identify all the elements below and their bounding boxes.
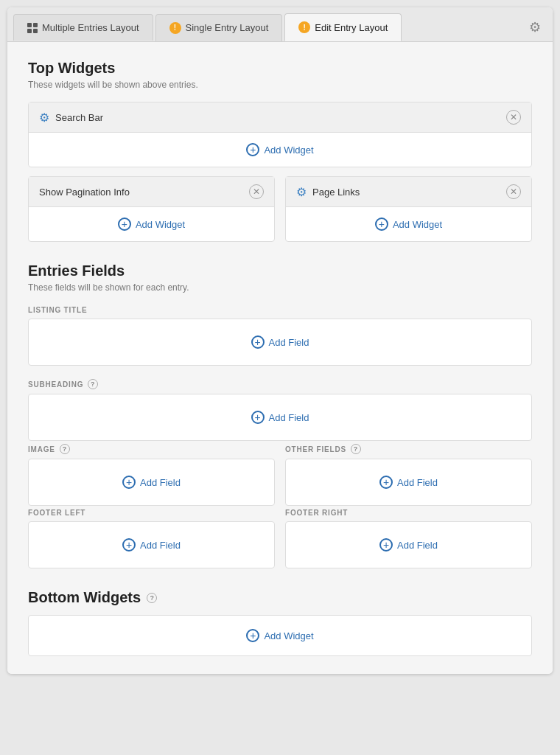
footer-left-field-box: + Add Field	[28, 521, 275, 568]
entries-fields-title: Entries Fields	[28, 262, 532, 279]
warning-icon-edit: !	[298, 21, 310, 33]
add-widget-row-right: + Add Widget	[286, 207, 531, 241]
pagination-info-widget: Show Pagination Info ✕ + Add Widget	[28, 176, 275, 242]
footer-fields-row: FOOTER LEFT + Add Field FOOTER RIGHT	[28, 509, 532, 571]
add-widget-button-left[interactable]: + Add Widget	[118, 218, 185, 231]
tab-bar: Multiple Entries Layout ! Single Entry L…	[7, 7, 553, 42]
settings-gear-icon[interactable]: ⚙	[523, 13, 547, 41]
tab-single-entry[interactable]: ! Single Entry Layout	[155, 14, 283, 41]
footer-left-col: FOOTER LEFT + Add Field	[28, 509, 275, 571]
footer-left-add-field-button[interactable]: + Add Field	[122, 538, 181, 552]
grid-icon	[27, 23, 38, 33]
footer-right-col: FOOTER RIGHT + Add Field	[285, 509, 532, 571]
subheading-label: SUBHEADING ?	[28, 379, 532, 389]
add-widget-button-top[interactable]: + Add Widget	[246, 143, 313, 156]
bottom-add-circle-icon: +	[246, 629, 259, 642]
other-fields-add-label: Add Field	[397, 477, 438, 488]
top-widgets-title: Top Widgets	[28, 60, 532, 77]
image-label: IMAGE ?	[28, 444, 275, 454]
pagination-info-close-icon[interactable]: ✕	[249, 184, 264, 199]
bottom-add-widget-label: Add Widget	[264, 630, 313, 641]
footer-right-add-icon: +	[379, 538, 393, 552]
footer-right-label: FOOTER RIGHT	[285, 509, 532, 517]
page-links-widget: ⚙ Page Links ✕ + Add Widget	[285, 176, 532, 242]
bottom-widget-add-box: + Add Widget	[28, 615, 532, 656]
subheading-add-field-button[interactable]: + Add Field	[251, 411, 309, 424]
other-fields-field-box: + Add Field	[285, 459, 532, 506]
svg-rect-1	[33, 23, 38, 27]
top-widgets-subtitle: These widgets will be shown above entrie…	[28, 80, 532, 90]
add-widget-label-right: Add Widget	[393, 219, 442, 230]
add-circle-icon-top: +	[246, 143, 259, 156]
bottom-add-widget-button[interactable]: + Add Widget	[246, 629, 313, 642]
footer-right-add-field-button[interactable]: + Add Field	[379, 538, 438, 552]
main-container: Multiple Entries Layout ! Single Entry L…	[7, 7, 553, 674]
image-other-fields-row: IMAGE ? + Add Field OTHER FIELDS ?	[28, 444, 532, 509]
footer-right-add-label: Add Field	[397, 540, 438, 551]
search-bar-label: Search Bar	[55, 112, 103, 123]
other-fields-col: OTHER FIELDS ? + Add Field	[285, 444, 532, 509]
bottom-widgets-section: Bottom Widgets ? + Add Widget	[28, 589, 532, 656]
svg-rect-2	[27, 29, 32, 33]
listing-title-label: LISTING TITLE	[28, 306, 532, 314]
image-add-label: Add Field	[140, 477, 181, 488]
page-links-close-icon[interactable]: ✕	[506, 184, 521, 199]
search-bar-gear-icon[interactable]: ⚙	[39, 111, 49, 125]
content-area: Top Widgets These widgets will be shown …	[7, 42, 553, 674]
svg-rect-3	[33, 29, 38, 33]
image-field-box: + Add Field	[28, 459, 275, 506]
add-widget-label-left: Add Widget	[136, 219, 185, 230]
other-fields-add-field-button[interactable]: + Add Field	[379, 476, 438, 489]
subheading-add-label: Add Field	[269, 412, 309, 423]
warning-icon-single: !	[169, 22, 181, 34]
other-fields-label: OTHER FIELDS ?	[285, 444, 532, 454]
entries-fields-subtitle: These fields will be shown for each entr…	[28, 282, 532, 293]
tab-multiple-entries[interactable]: Multiple Entries Layout	[13, 14, 153, 41]
page-links-gear-icon[interactable]: ⚙	[296, 185, 307, 199]
search-bar-close-icon[interactable]: ✕	[506, 110, 521, 125]
add-circle-icon-left: +	[118, 218, 131, 231]
page-links-widget-row: ⚙ Page Links ✕	[286, 177, 531, 207]
image-field-col: IMAGE ? + Add Field	[28, 444, 275, 509]
listing-title-add-field-button[interactable]: + Add Field	[251, 335, 309, 349]
add-circle-icon-right: +	[375, 218, 388, 231]
subheading-add-icon: +	[251, 411, 265, 424]
listing-title-field-box: + Add Field	[28, 319, 532, 366]
subheading-field-box: + Add Field	[28, 394, 532, 441]
other-fields-add-icon: +	[379, 476, 393, 489]
image-help-icon[interactable]: ?	[60, 444, 70, 454]
svg-rect-0	[27, 23, 32, 27]
image-add-icon: +	[122, 476, 136, 489]
listing-title-add-label: Add Field	[269, 337, 309, 348]
tab-single-entry-label: Single Entry Layout	[186, 22, 269, 33]
pagination-info-widget-row: Show Pagination Info ✕	[29, 177, 274, 207]
search-bar-widget-row: ⚙ Search Bar ✕	[29, 102, 531, 133]
pagination-info-label: Show Pagination Info	[39, 187, 130, 198]
top-widgets-section: Top Widgets These widgets will be shown …	[28, 60, 532, 242]
footer-left-label: FOOTER LEFT	[28, 509, 275, 517]
add-widget-button-right[interactable]: + Add Widget	[375, 218, 442, 231]
add-widget-row-left: + Add Widget	[29, 207, 274, 241]
tab-edit-entry-label: Edit Entry Layout	[315, 22, 388, 33]
add-widget-row-top: + Add Widget	[29, 133, 531, 167]
image-add-field-button[interactable]: + Add Field	[122, 476, 181, 489]
subheading-help-icon[interactable]: ?	[88, 379, 98, 389]
tab-multiple-entries-label: Multiple Entries Layout	[42, 22, 139, 33]
two-col-widgets: Show Pagination Info ✕ + Add Widget	[28, 176, 532, 242]
bottom-widgets-title: Bottom Widgets ?	[28, 589, 532, 606]
search-bar-widget: ⚙ Search Bar ✕ + Add Widget	[28, 102, 532, 167]
footer-left-add-label: Add Field	[140, 540, 181, 551]
listing-title-add-icon: +	[251, 335, 265, 349]
add-widget-label-top: Add Widget	[264, 145, 313, 156]
entries-fields-section: Entries Fields These fields will be show…	[28, 262, 532, 571]
page-links-label: Page Links	[312, 187, 360, 198]
footer-left-add-icon: +	[122, 538, 136, 552]
footer-right-field-box: + Add Field	[285, 521, 532, 568]
bottom-widgets-help-icon[interactable]: ?	[147, 593, 157, 603]
tab-edit-entry[interactable]: ! Edit Entry Layout	[284, 13, 402, 41]
other-fields-help-icon[interactable]: ?	[351, 444, 361, 454]
